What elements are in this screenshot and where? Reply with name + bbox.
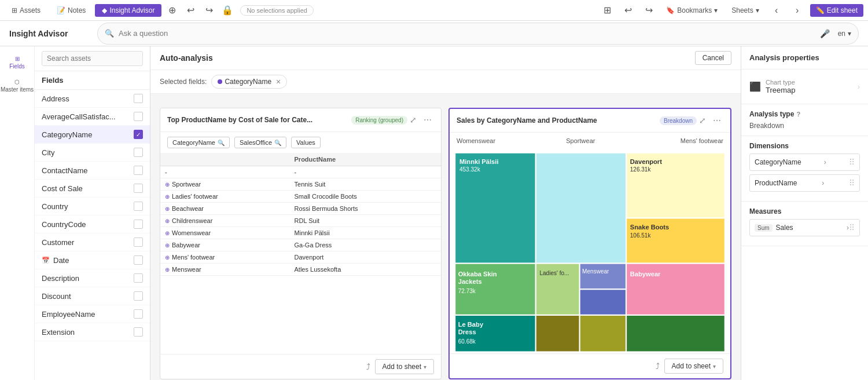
table-col-product: ProductName (290, 153, 441, 166)
left-share-btn[interactable]: ⤴ (366, 362, 370, 371)
field-checkbox[interactable] (134, 184, 143, 193)
row-expand-icon[interactable]: ⊕ (165, 218, 170, 224)
treemap-davenport-label: Davenport (630, 158, 662, 165)
table-row: ⊕Ladies' footwearSmall Crocodile Boots (160, 191, 441, 203)
field-checkbox[interactable] (134, 202, 143, 211)
treemap-ladies-label: Ladies' fo... (539, 270, 569, 276)
field-checkbox[interactable] (134, 237, 143, 247)
treemap-label-mens-footwear: Mens' footwear (624, 137, 723, 144)
field-item[interactable]: ContactName (35, 162, 150, 180)
field-checkbox[interactable] (134, 220, 143, 229)
row-expand-icon[interactable]: ⊕ (165, 266, 170, 273)
chart-type-item[interactable]: ⬛ Chart type Treemap › (749, 75, 860, 98)
field-item[interactable]: City (35, 144, 150, 162)
next-sheet-btn[interactable]: › (789, 2, 806, 19)
field-item[interactable]: 📅Date (35, 251, 150, 269)
treemap-menswear-top[interactable] (580, 264, 626, 288)
filter-chip-values[interactable]: Values (291, 137, 321, 148)
field-item[interactable]: CountryCode (35, 215, 150, 233)
drag-handle-2[interactable]: ⠿ (849, 178, 855, 188)
row-expand-icon[interactable]: ⊕ (165, 254, 170, 261)
field-checkbox[interactable] (134, 94, 143, 103)
row-expand-icon[interactable]: ⊕ (165, 242, 170, 249)
dimension-item-product[interactable]: ProductName › ⠿ (749, 174, 860, 192)
measure-drag-handle[interactable]: ⠿ (849, 223, 855, 232)
language-selector[interactable]: en ▾ (838, 30, 851, 38)
sidebar-item-master-items[interactable]: ⬡ Master items (0, 74, 34, 97)
filter-chip-salesoffice[interactable]: SalesOffice 🔍 (234, 137, 286, 148)
row-expand-icon[interactable]: ⊕ (165, 193, 170, 200)
field-checkbox[interactable] (134, 148, 143, 157)
lang-chevron-icon: ▾ (848, 30, 851, 38)
table-filters: CategoryName 🔍 SalesOffice 🔍 Values (160, 132, 441, 153)
field-item[interactable]: Customer (35, 233, 150, 251)
left-add-to-sheet-btn[interactable]: Add to sheet ▾ (375, 359, 434, 374)
field-checkbox[interactable] (134, 327, 143, 337)
field-checkbox[interactable] (134, 112, 143, 121)
field-item[interactable]: AverageCallSatisfac... (35, 108, 150, 126)
lock-btn[interactable]: 🔒 (219, 2, 236, 19)
field-checkbox[interactable] (134, 273, 143, 283)
row-expand-icon[interactable]: ⊕ (165, 181, 170, 188)
redo2-btn[interactable]: ↪ (641, 2, 657, 19)
field-item[interactable]: Description (35, 269, 150, 287)
field-checkbox[interactable] (134, 166, 143, 175)
row-expand-icon[interactable]: ⊕ (165, 230, 170, 236)
treemap-bottom-right[interactable] (627, 316, 725, 352)
microphone-btn[interactable]: 🎤 (817, 25, 833, 42)
notes-tab[interactable]: 📝 Notes (50, 4, 93, 17)
master-items-icon: ⬡ (14, 79, 20, 85)
right-add-to-sheet-btn[interactable]: Add to sheet ▾ (664, 359, 723, 374)
treemap-bottom-mid1[interactable] (536, 316, 579, 352)
prev-sheet-btn[interactable]: ‹ (768, 2, 785, 19)
field-checkbox[interactable] (134, 309, 143, 319)
table-row: -- (160, 166, 441, 178)
field-item[interactable]: Country (35, 198, 150, 215)
right-chart-more-btn[interactable]: ⋯ (711, 115, 723, 126)
search-assets-input[interactable] (42, 51, 143, 66)
insight-advisor-tab[interactable]: ◆ Insight Advisor (95, 4, 161, 17)
measure-item-sales[interactable]: Sum Sales › ⠿ (749, 219, 860, 236)
field-item[interactable]: Cost of Sale (35, 180, 150, 198)
grid-view-btn[interactable]: ⊞ (599, 2, 615, 19)
fields-header: Fields (35, 71, 150, 90)
table-row: ⊕BabywearGa-Ga Dress (160, 239, 441, 251)
left-chart-expand-btn[interactable]: ⤢ (407, 114, 419, 126)
bookmark-icon: 🔖 (666, 6, 675, 14)
right-chart-expand-btn[interactable]: ⤢ (697, 115, 708, 126)
help-icon[interactable]: ? (796, 111, 800, 118)
field-checkbox[interactable] (134, 255, 143, 265)
field-item[interactable]: Address (35, 90, 150, 108)
filter-chip-category[interactable]: CategoryName 🔍 (167, 137, 230, 148)
assets-tab[interactable]: ⊞ Assets (5, 4, 47, 17)
drag-handle-1[interactable]: ⠿ (849, 158, 855, 167)
sheets-btn[interactable]: Sheets ▾ (727, 4, 763, 17)
edit-sheet-btn[interactable]: ✏️ Edit sheet (810, 4, 863, 17)
field-item-label: Address (42, 94, 134, 103)
cancel-button[interactable]: Cancel (695, 51, 731, 65)
field-item[interactable]: CategoryName✓ (35, 126, 150, 144)
dimension-item-category[interactable]: CategoryName › ⠿ (749, 154, 860, 171)
undo-btn[interactable]: ↩ (182, 2, 198, 19)
treemap-menswear-bot[interactable] (580, 290, 626, 314)
field-item[interactable]: EmployeeName (35, 305, 150, 323)
zoom-btn[interactable]: ⊕ (164, 2, 180, 19)
filter-search-icon-2: 🔍 (274, 140, 281, 146)
field-item[interactable]: Extension (35, 323, 150, 341)
treemap-sportwear[interactable] (536, 153, 626, 263)
row-expand-icon[interactable]: ⊕ (165, 206, 170, 212)
dimensions-header: Dimensions (749, 142, 860, 150)
field-item[interactable]: Discount (35, 287, 150, 305)
sidebar-item-fields[interactable]: ⊞ Fields (0, 51, 34, 74)
bookmarks-btn[interactable]: 🔖 Bookmarks ▾ (661, 4, 722, 17)
redo-btn[interactable]: ↪ (201, 2, 217, 19)
treemap-bottom-mid2[interactable] (580, 316, 626, 352)
undo2-btn[interactable]: ↩ (620, 2, 636, 19)
ask-question-input[interactable] (119, 29, 812, 38)
chip-remove-btn[interactable]: × (276, 77, 281, 86)
field-checkbox[interactable] (134, 291, 143, 301)
field-checkbox[interactable]: ✓ (134, 130, 143, 139)
analysis-type-value: Breakdown (749, 122, 860, 130)
left-chart-more-btn[interactable]: ⋯ (421, 114, 434, 126)
right-share-btn[interactable]: ⤴ (656, 361, 660, 371)
